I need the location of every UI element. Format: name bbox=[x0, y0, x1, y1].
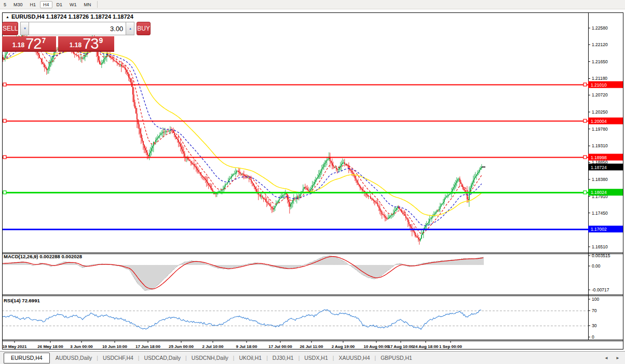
svg-text:2 Jul 10:00: 2 Jul 10:00 bbox=[202, 344, 224, 349]
ohlc-low: 1.18724 bbox=[90, 13, 111, 20]
svg-text:0.003515: 0.003515 bbox=[592, 253, 610, 258]
svg-text:9 Jul 18:00: 9 Jul 18:00 bbox=[236, 344, 257, 349]
sell-price-digits: 72 bbox=[25, 37, 41, 50]
svg-text:1.17002: 1.17002 bbox=[591, 227, 607, 232]
svg-text:1 Sep 00:00: 1 Sep 00:00 bbox=[439, 344, 463, 349]
svg-text:1.20004: 1.20004 bbox=[591, 119, 607, 124]
buy-button[interactable]: BUY bbox=[137, 22, 151, 35]
timeframe-d1[interactable]: D1 bbox=[53, 1, 66, 8]
chart-window[interactable]: 1.225801.221201.216501.211801.207201.202… bbox=[2, 12, 625, 349]
timeframe-m30[interactable]: M30 bbox=[10, 1, 26, 8]
svg-text:1.20250: 1.20250 bbox=[592, 109, 608, 115]
svg-text:0: 0 bbox=[592, 334, 594, 340]
svg-text:2 Aug 19:00: 2 Aug 19:00 bbox=[332, 344, 355, 349]
svg-text:1.17450: 1.17450 bbox=[592, 211, 608, 216]
tab-usdcnh-daily[interactable]: USDCNH,Daily bbox=[187, 355, 233, 361]
symbol-tabs: EURUSD,H4AUDUSD,Daily|USDCHF,H4|USDCAD,D… bbox=[0, 353, 417, 363]
volume-input[interactable] bbox=[29, 22, 126, 35]
sell-price-pip: 7 bbox=[42, 36, 46, 45]
timeframe-mn[interactable]: MN bbox=[81, 1, 94, 8]
svg-text:17 Jun 18:00: 17 Jun 18:00 bbox=[135, 344, 161, 349]
candles bbox=[3, 32, 482, 245]
one-click-trade-panel: SELL ▼ ▲ BUY 1.18727 1.18739 bbox=[2, 22, 114, 52]
svg-text:17 Jul 00:00: 17 Jul 00:00 bbox=[268, 344, 292, 349]
svg-text:MACD(12,26,9) 0.002288 0.00202: MACD(12,26,9) 0.002288 0.002028 bbox=[4, 254, 82, 259]
svg-text:24 Aug 18:00: 24 Aug 18:00 bbox=[413, 344, 439, 349]
timeframe-w1[interactable]: W1 bbox=[66, 1, 80, 8]
svg-text:1.16510: 1.16510 bbox=[592, 244, 608, 249]
tab-usdcad-daily[interactable]: USDCAD,Daily bbox=[139, 355, 185, 361]
tab-dj30-h1[interactable]: DJ30,H1 bbox=[268, 355, 298, 361]
buy-price-digits: 73 bbox=[83, 37, 98, 50]
svg-text:1.22120: 1.22120 bbox=[592, 42, 608, 47]
panel-separators bbox=[2, 13, 623, 349]
volume-stepper: ▼ ▲ bbox=[20, 22, 134, 35]
timeframe-buttons: 5M30H1H4D1W1MN bbox=[0, 1, 95, 8]
svg-text:1.19310: 1.19310 bbox=[592, 143, 608, 148]
price-chart-canvas[interactable]: 1.225801.221201.216501.211801.207201.202… bbox=[2, 12, 625, 349]
chart-symbol-label: EURUSD,H4 bbox=[11, 13, 45, 20]
svg-text:26 Jul 11:00: 26 Jul 11:00 bbox=[300, 344, 323, 349]
level-lines bbox=[2, 83, 588, 230]
tab-eurusd-h4[interactable]: EURUSD,H4 bbox=[4, 353, 50, 363]
svg-text:1.21010: 1.21010 bbox=[591, 82, 607, 88]
price-scale[interactable]: 1.225801.221201.216501.211801.207201.202… bbox=[588, 25, 623, 249]
svg-text:1.21180: 1.21180 bbox=[592, 76, 607, 81]
timeframe-5[interactable]: 5 bbox=[1, 1, 9, 8]
svg-text:RSI(14) 72.6991: RSI(14) 72.6991 bbox=[4, 298, 40, 303]
tab-audusd-daily[interactable]: AUDUSD,Daily bbox=[51, 355, 97, 361]
svg-text:19 May 2021: 19 May 2021 bbox=[3, 344, 27, 349]
svg-text:1.22580: 1.22580 bbox=[592, 25, 608, 31]
svg-text:1.18380: 1.18380 bbox=[592, 177, 608, 182]
collapse-triangle-icon[interactable]: ▲ bbox=[6, 15, 9, 19]
mt4-terminal: { "toolbar": { "timeframes": ["5", "M30"… bbox=[0, 0, 625, 364]
svg-text:1.18024: 1.18024 bbox=[591, 190, 607, 195]
svg-text:30: 30 bbox=[592, 323, 597, 328]
moving-averages bbox=[3, 39, 482, 234]
tab-gbpusd-h1[interactable]: GBPUSD,H1 bbox=[376, 355, 417, 361]
timeframe-toolbar: 5M30H1H4D1W1MN bbox=[0, 0, 625, 9]
svg-text:-0.00717: -0.00717 bbox=[592, 287, 609, 292]
svg-text:10 Jun 10:00: 10 Jun 10:00 bbox=[102, 344, 128, 349]
ohlc-open: 1.18724 bbox=[46, 13, 67, 20]
tab-scroll-arrows: ◄ ► bbox=[598, 356, 625, 360]
timeframe-h4[interactable]: H4 bbox=[40, 1, 52, 8]
tab-ukoil-h1[interactable]: UKOil,H1 bbox=[234, 355, 266, 361]
toolbar-separator bbox=[97, 1, 98, 8]
volume-increase-icon[interactable]: ▲ bbox=[126, 22, 134, 35]
buy-price-panel[interactable]: 1.18739 bbox=[58, 36, 114, 52]
svg-text:3 Jun 00:00: 3 Jun 00:00 bbox=[70, 344, 93, 349]
svg-text:25 Jun 00:00: 25 Jun 00:00 bbox=[169, 344, 194, 349]
svg-text:17 Aug 10:00: 17 Aug 10:00 bbox=[388, 344, 414, 349]
chart-title: ▲EURUSD,H4 1.18724 1.18726 1.18724 1.187… bbox=[6, 13, 133, 20]
timeframe-h1[interactable]: H1 bbox=[27, 1, 39, 8]
sell-price-prefix: 1.18 bbox=[12, 41, 24, 49]
svg-text:1.19780: 1.19780 bbox=[592, 127, 608, 132]
svg-text:1.20720: 1.20720 bbox=[592, 92, 608, 97]
ohlc-close: 1.18724 bbox=[113, 13, 133, 20]
macd-panel bbox=[2, 256, 484, 290]
tab-xauusd-h4[interactable]: XAUUSD,H4 bbox=[334, 355, 374, 361]
tab-scroll-right-icon[interactable]: ► bbox=[616, 356, 620, 360]
svg-text:26 May 18:00: 26 May 18:00 bbox=[37, 344, 63, 349]
buy-price-prefix: 1.18 bbox=[70, 41, 81, 49]
svg-text:1.18998: 1.18998 bbox=[591, 155, 607, 160]
svg-text:1.18724: 1.18724 bbox=[591, 165, 607, 170]
svg-text:1.21650: 1.21650 bbox=[592, 59, 608, 64]
sell-button[interactable]: SELL bbox=[2, 22, 18, 35]
svg-text:10 Aug 00:00: 10 Aug 00:00 bbox=[363, 344, 389, 349]
rsi-panel bbox=[2, 310, 588, 329]
tab-usdx-h1[interactable]: USDX,H1 bbox=[300, 355, 333, 361]
tab-usdchf-h4[interactable]: USDCHF,H4 bbox=[98, 355, 138, 361]
tab-scroll-left-icon[interactable]: ◄ bbox=[604, 356, 608, 360]
symbol-tabbar: EURUSD,H4AUDUSD,Daily|USDCHF,H4|USDCAD,D… bbox=[0, 351, 625, 364]
svg-text:70: 70 bbox=[592, 308, 597, 313]
sell-price-panel[interactable]: 1.18727 bbox=[2, 36, 56, 52]
volume-decrease-icon[interactable]: ▼ bbox=[20, 22, 29, 35]
svg-text:0.00: 0.00 bbox=[592, 263, 601, 269]
indicator-labels: MACD(12,26,9) 0.002288 0.0020280.0035150… bbox=[4, 253, 610, 340]
time-scale[interactable]: 19 May 202126 May 18:003 Jun 00:0010 Jun… bbox=[3, 341, 463, 349]
buy-price-pip: 9 bbox=[99, 36, 103, 45]
svg-text:100: 100 bbox=[592, 297, 599, 302]
ohlc-high: 1.18726 bbox=[68, 13, 89, 20]
